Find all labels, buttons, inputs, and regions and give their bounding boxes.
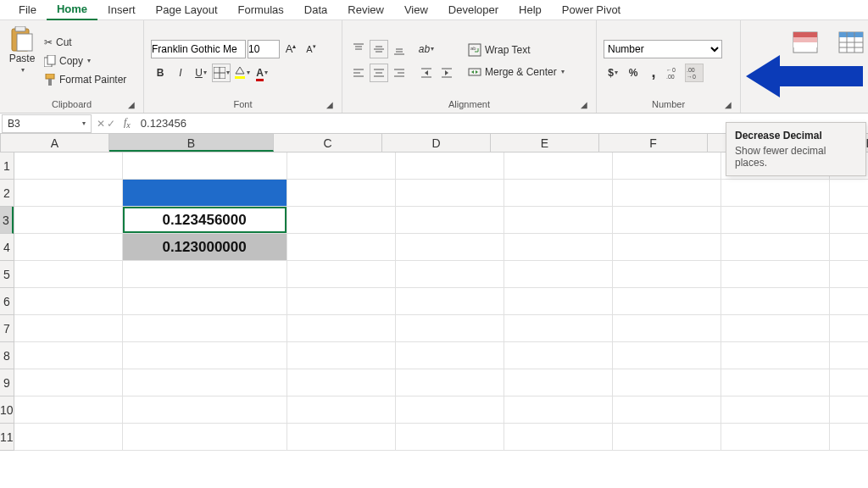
- column-header[interactable]: B: [109, 134, 274, 152]
- tab-developer[interactable]: Developer: [438, 0, 509, 19]
- column-header[interactable]: C: [274, 134, 382, 152]
- cell[interactable]: [830, 369, 868, 396]
- cell[interactable]: [613, 261, 721, 288]
- align-center-button[interactable]: [370, 64, 388, 82]
- orientation-button[interactable]: ab▾: [417, 40, 436, 58]
- cell[interactable]: [613, 207, 721, 234]
- decrease-indent-button[interactable]: [417, 64, 436, 82]
- cell[interactable]: [396, 234, 504, 261]
- cell[interactable]: [721, 369, 830, 396]
- paste-button[interactable]: Paste ▾: [7, 24, 37, 97]
- column-header[interactable]: E: [491, 134, 599, 152]
- italic-button[interactable]: I: [171, 64, 190, 82]
- cell[interactable]: [721, 342, 830, 369]
- increase-font-button[interactable]: A▴: [281, 40, 300, 58]
- cell[interactable]: [396, 288, 504, 315]
- tab-review[interactable]: Review: [337, 0, 394, 19]
- cell[interactable]: [504, 207, 613, 234]
- cell[interactable]: [287, 152, 396, 180]
- cut-button[interactable]: ✂ Cut: [41, 34, 130, 51]
- decrease-decimal-button[interactable]: .00→0: [685, 64, 704, 82]
- cell[interactable]: [14, 207, 123, 234]
- cell[interactable]: [123, 342, 287, 369]
- merge-center-button[interactable]: Merge & Center ▾: [465, 64, 568, 80]
- fx-icon[interactable]: fx: [119, 116, 136, 130]
- cell[interactable]: [14, 315, 123, 342]
- cell[interactable]: [721, 180, 830, 207]
- cell[interactable]: [613, 424, 721, 451]
- row-header[interactable]: 8: [0, 342, 14, 369]
- align-right-button[interactable]: [390, 64, 409, 82]
- cell[interactable]: [613, 288, 721, 315]
- cell[interactable]: [504, 342, 613, 369]
- cell[interactable]: [396, 396, 504, 424]
- borders-button[interactable]: ▾: [212, 64, 231, 82]
- cell[interactable]: [721, 424, 830, 451]
- cell[interactable]: [123, 288, 287, 315]
- copy-button[interactable]: Copy ▾: [41, 53, 130, 69]
- cell[interactable]: [504, 424, 613, 451]
- cell[interactable]: [123, 369, 287, 396]
- cell[interactable]: [830, 288, 868, 315]
- cell[interactable]: [613, 396, 721, 424]
- cell[interactable]: [396, 369, 504, 396]
- cell[interactable]: [14, 261, 123, 288]
- column-header[interactable]: F: [599, 134, 708, 152]
- cell[interactable]: [396, 342, 504, 369]
- row-header[interactable]: 5: [0, 261, 14, 288]
- tab-page-layout[interactable]: Page Layout: [146, 0, 228, 19]
- row-header[interactable]: 3: [0, 207, 14, 234]
- cell[interactable]: [287, 234, 396, 261]
- cell[interactable]: [123, 396, 287, 424]
- cell[interactable]: [14, 424, 123, 451]
- tab-data[interactable]: Data: [294, 0, 337, 19]
- fill-color-button[interactable]: ▾: [232, 64, 251, 82]
- cell-b4[interactable]: 0.123000000: [123, 234, 287, 261]
- align-top-button[interactable]: [349, 40, 368, 58]
- row-header[interactable]: 4: [0, 234, 14, 261]
- cell[interactable]: [830, 396, 868, 424]
- cell[interactable]: [396, 207, 504, 234]
- cell[interactable]: [287, 261, 396, 288]
- cell[interactable]: [504, 315, 613, 342]
- cell[interactable]: [504, 288, 613, 315]
- increase-decimal-button[interactable]: ←0.00: [665, 64, 683, 82]
- cell[interactable]: [14, 396, 123, 424]
- cell[interactable]: [396, 261, 504, 288]
- row-header[interactable]: 1: [0, 152, 14, 180]
- cell[interactable]: [830, 207, 868, 234]
- cell[interactable]: [830, 424, 868, 451]
- column-header[interactable]: A: [1, 134, 109, 152]
- column-header[interactable]: D: [382, 134, 491, 152]
- cell[interactable]: [613, 369, 721, 396]
- cell[interactable]: [830, 261, 868, 288]
- row-header[interactable]: 9: [0, 369, 14, 396]
- wrap-text-button[interactable]: ab Wrap Text: [465, 42, 568, 58]
- cell[interactable]: [123, 315, 287, 342]
- dialog-launcher-icon[interactable]: ◢: [326, 100, 333, 109]
- cell[interactable]: [721, 261, 830, 288]
- tab-file[interactable]: File: [8, 0, 47, 19]
- cell[interactable]: [14, 342, 123, 369]
- cell[interactable]: [504, 234, 613, 261]
- cell[interactable]: [721, 396, 830, 424]
- cell[interactable]: [504, 396, 613, 424]
- cell[interactable]: [396, 152, 504, 180]
- align-left-button[interactable]: [349, 64, 368, 82]
- cell[interactable]: [287, 396, 396, 424]
- cell[interactable]: [396, 315, 504, 342]
- cell-b2[interactable]: [123, 180, 287, 207]
- cell[interactable]: [613, 234, 721, 261]
- cell-b3[interactable]: 0.123456000: [123, 207, 287, 234]
- cell[interactable]: [287, 315, 396, 342]
- cell[interactable]: [396, 180, 504, 207]
- cell[interactable]: [504, 369, 613, 396]
- cell[interactable]: [14, 152, 123, 180]
- cell[interactable]: [14, 180, 123, 207]
- cell[interactable]: [287, 342, 396, 369]
- tab-home[interactable]: Home: [47, 0, 97, 20]
- row-header[interactable]: 7: [0, 315, 14, 342]
- cell[interactable]: [613, 315, 721, 342]
- cell[interactable]: [14, 369, 123, 396]
- format-painter-button[interactable]: Format Painter: [41, 71, 130, 88]
